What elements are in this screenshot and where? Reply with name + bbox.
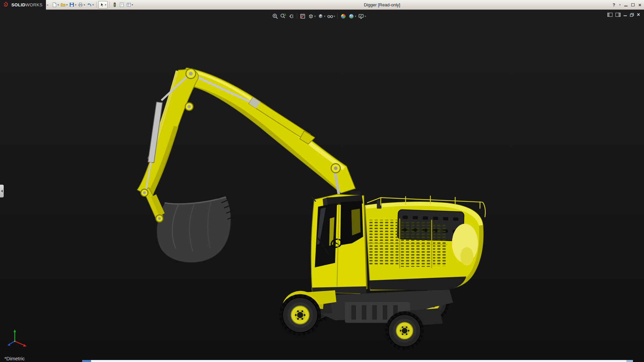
- minimize-button[interactable]: [624, 4, 628, 6]
- standard-toolbar: ▾ ▾ ▾ ▾ ▾: [50, 1, 133, 9]
- select-cursor-icon: [100, 2, 105, 7]
- apply-scene-sphere-icon: [348, 13, 355, 19]
- triad-z-axis[interactable]: [9, 341, 15, 344]
- section-view-icon: [300, 13, 306, 19]
- options-table-icon: [126, 2, 131, 7]
- window-controls: ? ▾ ×: [612, 0, 641, 10]
- solidworks-logo: SOLIDWORKS: [0, 0, 46, 10]
- rebuild-stoplight-icon: [112, 2, 117, 7]
- new-document-icon: [52, 2, 57, 7]
- undo-arrow-icon: [87, 2, 92, 7]
- edit-appearance-button[interactable]: [339, 12, 347, 20]
- wheel-rear-near[interactable]: [385, 311, 424, 350]
- wheel-front-near[interactable]: [279, 294, 321, 336]
- toolbar-overflow-chevron[interactable]: »: [47, 3, 49, 7]
- rebuild-button[interactable]: [111, 1, 118, 9]
- print-button[interactable]: ▾: [77, 1, 86, 9]
- document-close-button[interactable]: ×: [637, 12, 640, 17]
- help-button[interactable]: ?: [612, 2, 615, 7]
- zoom-to-area-button[interactable]: [279, 12, 287, 20]
- view-orientation-button[interactable]: ▾: [307, 12, 316, 20]
- display-style-button[interactable]: ▾: [317, 12, 326, 20]
- stick-arm: [137, 69, 198, 197]
- save-button[interactable]: ▾: [68, 1, 77, 9]
- options-button[interactable]: ▾: [125, 1, 134, 9]
- toolbar-divider: [337, 13, 338, 19]
- triad-x-axis[interactable]: [15, 341, 24, 345]
- toolbar-divider: [96, 2, 97, 8]
- document-window-controls: ×: [607, 12, 640, 17]
- help-caret-icon[interactable]: ▾: [619, 3, 621, 6]
- file-properties-icon: [119, 2, 124, 7]
- section-view-button[interactable]: [299, 12, 307, 20]
- upper-body[interactable]: [365, 196, 485, 290]
- taskbar-edge[interactable]: [82, 360, 633, 362]
- previous-view-icon: [288, 13, 294, 19]
- toolbar-divider: [297, 13, 297, 19]
- open-document-button[interactable]: ▾: [60, 1, 68, 9]
- file-properties-button[interactable]: [118, 1, 125, 9]
- collapse-arrow-icon: [1, 190, 3, 192]
- zoom-to-fit-button[interactable]: [271, 12, 279, 20]
- model-digger[interactable]: [0, 10, 644, 362]
- document-minimize-button[interactable]: [624, 13, 627, 16]
- view-orientation-label: *Dimetric: [4, 356, 25, 361]
- save-floppy-icon: [69, 2, 74, 7]
- select-tool-button[interactable]: ▾: [98, 1, 108, 9]
- zoom-to-area-icon: [280, 13, 286, 19]
- app-titlebar: SOLIDWORKS » ▾ ▾ ▾ ▾: [0, 0, 644, 10]
- window-title: Digger [Read-only]: [364, 0, 400, 10]
- toolbar-divider: [109, 2, 110, 8]
- collapsed-panel-tab[interactable]: [0, 185, 4, 197]
- show-left-pane-icon[interactable]: [607, 13, 612, 17]
- previous-view-button[interactable]: [287, 12, 295, 20]
- display-style-icon: [317, 13, 324, 19]
- hide-show-glasses-icon: [327, 13, 333, 19]
- close-button[interactable]: ×: [638, 2, 641, 7]
- dassault-3ds-logo-icon: [2, 2, 10, 8]
- bucket[interactable]: [157, 196, 233, 263]
- reference-triad[interactable]: [5, 328, 31, 352]
- viewport-canvas[interactable]: ▾ ▾ ▾: [0, 10, 644, 362]
- zoom-to-fit-icon: [272, 13, 278, 19]
- cab[interactable]: [311, 191, 367, 294]
- restore-button[interactable]: [631, 3, 635, 6]
- document-restore-button[interactable]: [630, 13, 634, 17]
- view-settings-icon: [358, 13, 364, 19]
- new-document-button[interactable]: ▾: [51, 1, 59, 9]
- view-orientation-cube-icon: [308, 13, 314, 19]
- view-settings-button[interactable]: ▾: [357, 12, 367, 20]
- edit-appearance-ball-icon: [340, 13, 346, 19]
- apply-scene-button[interactable]: ▾: [347, 12, 357, 20]
- side-grille: [433, 224, 447, 266]
- undo-button[interactable]: ▾: [86, 1, 94, 9]
- brand-wordmark: SOLIDWORKS: [11, 2, 43, 7]
- heads-up-view-toolbar: ▾ ▾ ▾: [271, 12, 367, 20]
- show-right-pane-icon[interactable]: [615, 13, 621, 17]
- side-grille: [369, 220, 398, 265]
- hide-show-items-button[interactable]: ▾: [326, 12, 336, 20]
- open-folder-icon: [60, 2, 66, 7]
- print-icon: [78, 2, 83, 7]
